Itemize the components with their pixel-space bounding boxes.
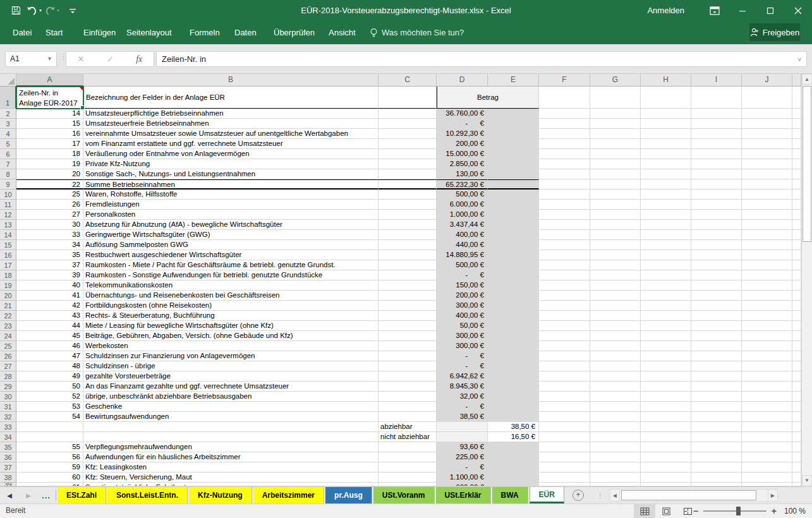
cell[interactable] [742, 109, 792, 119]
cell-c[interactable] [379, 291, 437, 301]
cell-amount[interactable]: 93,60 € [437, 442, 488, 452]
cell[interactable] [539, 250, 590, 260]
row-header-18[interactable]: 18 [0, 270, 16, 280]
cell-amount[interactable]: 36.760,00 € [437, 109, 488, 119]
cell-e[interactable] [488, 139, 539, 149]
cell[interactable] [641, 351, 691, 361]
cell-label[interactable]: Bewirtungsaufwendungen [83, 412, 379, 422]
cell[interactable] [539, 169, 590, 179]
cell-label[interactable]: Verpflegungsmehraufwendungen [83, 442, 379, 452]
cell-b1[interactable]: Bezeichnung der Felder in der Anlage EÜR [83, 87, 379, 109]
cell[interactable] [539, 361, 590, 371]
cell[interactable] [742, 291, 792, 301]
cell[interactable] [590, 311, 641, 321]
cell-e[interactable] [488, 179, 539, 190]
row-header-35[interactable]: 35 [0, 442, 16, 452]
cell-c[interactable] [379, 402, 437, 412]
cell-c[interactable] [379, 331, 437, 341]
cell-e[interactable] [488, 109, 539, 119]
cell-line-number[interactable]: 19 [16, 159, 83, 169]
row-header-24[interactable]: 24 [0, 331, 16, 341]
cell-label[interactable] [83, 432, 379, 442]
cell-c1[interactable] [379, 87, 437, 109]
cell[interactable] [641, 473, 691, 483]
zoom-level[interactable]: 100 % [782, 507, 806, 515]
cell-e[interactable] [488, 200, 539, 210]
cell-e[interactable] [488, 119, 539, 129]
cell[interactable] [539, 341, 590, 351]
tabstrip-resize-handle[interactable]: ⋮ [591, 487, 610, 503]
cell-e[interactable] [488, 129, 539, 139]
cell[interactable] [539, 260, 590, 270]
cell-amount[interactable]: 6.942,62 € [437, 371, 488, 382]
cell[interactable] [590, 412, 641, 422]
cell-c[interactable] [379, 210, 437, 220]
cell-amount[interactable]: 130,00 € [437, 169, 488, 179]
cell-e[interactable] [488, 149, 539, 159]
ribbon-display-options-icon[interactable] [701, 0, 729, 21]
column-header-d[interactable]: D [437, 74, 488, 87]
cell-amount[interactable]: 200,00 € [437, 291, 488, 301]
cell-e[interactable] [488, 260, 539, 270]
cell-label[interactable]: Umsatzsteuerfreie Betriebseinnahmen [83, 119, 379, 129]
cell[interactable] [742, 331, 792, 341]
cell[interactable] [590, 200, 641, 210]
cell[interactable] [691, 442, 742, 452]
cell[interactable] [539, 392, 590, 402]
cell-line-number[interactable]: 50 [16, 382, 83, 392]
row-header-15[interactable]: 15 [0, 240, 16, 250]
cell-label[interactable]: gezahlte Vorsteuerbeträge [83, 371, 379, 382]
cell-line-number[interactable]: 16 [16, 129, 83, 139]
cell-line-number[interactable]: 22 [16, 179, 83, 190]
cell-label[interactable]: Schuldzinsen - übrige [83, 361, 379, 371]
cell-label[interactable]: Übernachtungs- und Reisenebenkosten bei … [83, 291, 379, 301]
row-header-3[interactable]: 3 [0, 119, 16, 129]
cell[interactable] [641, 331, 691, 341]
cell-e[interactable] [488, 291, 539, 301]
cell[interactable] [641, 260, 691, 270]
cell-line-number[interactable]: 44 [16, 321, 83, 331]
cell[interactable] [691, 382, 742, 392]
horizontal-scrollbar[interactable]: ◀ ▶ [610, 489, 778, 502]
cell[interactable] [742, 462, 792, 473]
cell[interactable] [742, 200, 792, 210]
cell[interactable] [539, 301, 590, 311]
cell-label[interactable]: vereinnahmte Umsatzsteuer sowie Umsatzst… [83, 129, 379, 139]
cell-line-number[interactable]: 53 [16, 402, 83, 412]
cell[interactable] [641, 291, 691, 301]
cell-e[interactable] [488, 331, 539, 341]
cell-amount[interactable]: 38,50 € [437, 412, 488, 422]
column-header-h[interactable]: H [641, 74, 691, 87]
cell[interactable] [539, 129, 590, 139]
column-header-a[interactable]: A [16, 74, 83, 87]
cell[interactable] [742, 382, 792, 392]
cell[interactable] [641, 87, 691, 109]
cell[interactable] [742, 432, 792, 442]
row-header-1[interactable]: 1 [0, 87, 16, 109]
cell-amount[interactable]: 1.000,00 € [437, 210, 488, 220]
cell[interactable] [641, 159, 691, 169]
cell[interactable] [590, 109, 641, 119]
cell[interactable] [742, 371, 792, 382]
cell[interactable] [691, 331, 742, 341]
cell[interactable] [691, 432, 742, 442]
row-header-2[interactable]: 2 [0, 109, 16, 119]
cell[interactable] [742, 270, 792, 280]
cell[interactable] [590, 321, 641, 331]
cell-line-number[interactable]: 52 [16, 392, 83, 402]
column-header-f[interactable]: F [539, 74, 590, 87]
column-header-g[interactable]: G [590, 74, 641, 87]
column-header-c[interactable]: C [379, 74, 437, 87]
row-header-14[interactable]: 14 [0, 230, 16, 240]
cell[interactable] [641, 422, 691, 432]
cell[interactable] [641, 149, 691, 159]
cell-c[interactable] [379, 351, 437, 361]
cell[interactable] [742, 361, 792, 371]
cell[interactable] [590, 392, 641, 402]
cell[interactable] [691, 260, 742, 270]
cell-e[interactable] [488, 250, 539, 260]
cell[interactable] [539, 382, 590, 392]
cell[interactable] [590, 341, 641, 351]
cell[interactable] [641, 321, 691, 331]
cell[interactable] [641, 169, 691, 179]
